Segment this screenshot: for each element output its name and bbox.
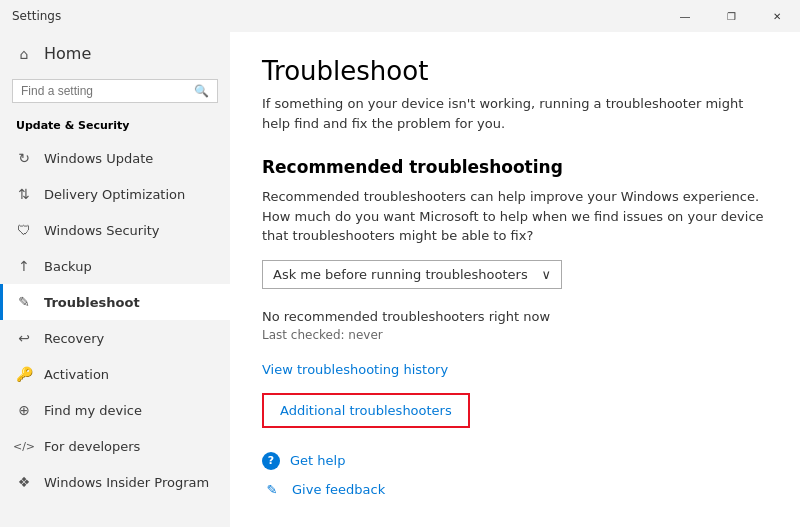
sidebar-item-delivery-optimization[interactable]: ⇅ Delivery Optimization (0, 176, 230, 212)
page-title: Troubleshoot (262, 56, 768, 86)
developers-icon: </> (16, 438, 32, 454)
sidebar-item-label: Activation (44, 367, 109, 382)
get-help-label: Get help (290, 453, 345, 468)
sidebar-item-label: Backup (44, 259, 92, 274)
recovery-icon: ↩ (16, 330, 32, 346)
search-input[interactable] (21, 84, 188, 98)
sidebar-item-home[interactable]: ⌂ Home (0, 32, 230, 75)
sidebar-item-label: Windows Security (44, 223, 160, 238)
sidebar-section-title: Update & Security (0, 115, 230, 140)
delivery-optimization-icon: ⇅ (16, 186, 32, 202)
sidebar-item-windows-security[interactable]: 🛡 Windows Security (0, 212, 230, 248)
sidebar-item-windows-insider[interactable]: ❖ Windows Insider Program (0, 464, 230, 500)
close-button[interactable]: ✕ (754, 0, 800, 32)
sidebar-item-activation[interactable]: 🔑 Activation (0, 356, 230, 392)
page-description: If something on your device isn't workin… (262, 94, 768, 133)
windows-security-icon: 🛡 (16, 222, 32, 238)
activation-icon: 🔑 (16, 366, 32, 382)
dropdown-value: Ask me before running troubleshooters (273, 267, 528, 282)
sidebar-item-backup[interactable]: ↑ Backup (0, 248, 230, 284)
sidebar: ⌂ Home 🔍 Update & Security ↻ Windows Upd… (0, 32, 230, 527)
find-device-icon: ⊕ (16, 402, 32, 418)
titlebar-controls: — ❐ ✕ (662, 0, 800, 32)
help-items: ? Get help ✎ Give feedback (262, 452, 768, 500)
give-feedback-label: Give feedback (292, 482, 385, 497)
get-help-icon: ? (262, 452, 280, 470)
titlebar-title: Settings (12, 9, 61, 23)
sidebar-item-label: Delivery Optimization (44, 187, 185, 202)
backup-icon: ↑ (16, 258, 32, 274)
sidebar-item-for-developers[interactable]: </> For developers (0, 428, 230, 464)
titlebar: Settings — ❐ ✕ (0, 0, 800, 32)
home-icon: ⌂ (16, 46, 32, 62)
sidebar-item-find-my-device[interactable]: ⊕ Find my device (0, 392, 230, 428)
sidebar-item-label: Recovery (44, 331, 104, 346)
sidebar-item-label: Troubleshoot (44, 295, 140, 310)
sidebar-item-label: Windows Update (44, 151, 153, 166)
chevron-down-icon: ∨ (541, 267, 551, 282)
recommended-section-title: Recommended troubleshooting (262, 157, 768, 177)
sidebar-item-troubleshoot[interactable]: ✎ Troubleshoot (0, 284, 230, 320)
additional-troubleshooters-button[interactable]: Additional troubleshooters (262, 393, 470, 428)
minimize-button[interactable]: — (662, 0, 708, 32)
sidebar-item-windows-update[interactable]: ↻ Windows Update (0, 140, 230, 176)
give-feedback-icon: ✎ (262, 480, 282, 500)
search-icon: 🔍 (194, 84, 209, 98)
restore-button[interactable]: ❐ (708, 0, 754, 32)
sidebar-item-recovery[interactable]: ↩ Recovery (0, 320, 230, 356)
troubleshoot-dropdown[interactable]: Ask me before running troubleshooters ∨ (262, 260, 562, 289)
sidebar-item-label: For developers (44, 439, 140, 454)
sidebar-home-label: Home (44, 44, 91, 63)
no-recommended-text: No recommended troubleshooters right now (262, 309, 768, 324)
get-help-item[interactable]: ? Get help (262, 452, 768, 470)
view-history-link[interactable]: View troubleshooting history (262, 362, 768, 377)
windows-update-icon: ↻ (16, 150, 32, 166)
recommended-description: Recommended troubleshooters can help imp… (262, 187, 768, 246)
last-checked-text: Last checked: never (262, 328, 768, 342)
app-body: ⌂ Home 🔍 Update & Security ↻ Windows Upd… (0, 32, 800, 527)
main-content: Troubleshoot If something on your device… (230, 32, 800, 527)
windows-insider-icon: ❖ (16, 474, 32, 490)
sidebar-item-label: Find my device (44, 403, 142, 418)
give-feedback-item[interactable]: ✎ Give feedback (262, 480, 768, 500)
sidebar-search-box[interactable]: 🔍 (12, 79, 218, 103)
sidebar-item-label: Windows Insider Program (44, 475, 209, 490)
troubleshoot-icon: ✎ (16, 294, 32, 310)
